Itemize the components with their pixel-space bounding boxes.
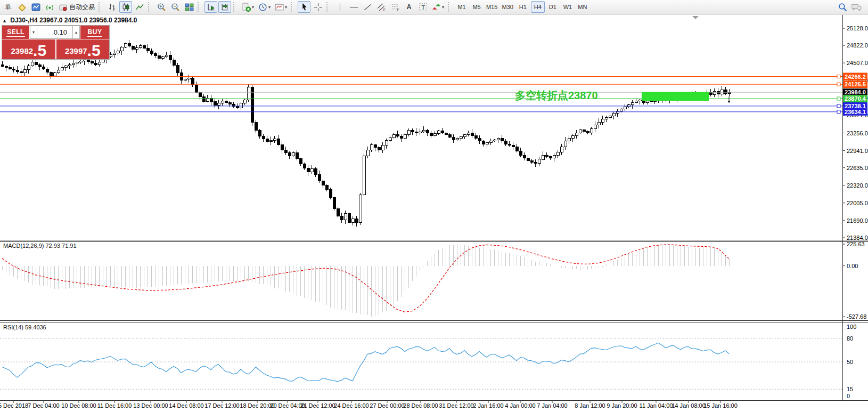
periods-button[interactable]: ▾: [257, 1, 272, 13]
toolbar: 单 自动交易: [0, 0, 868, 14]
time-axis-label: 14 Jan 08:00: [672, 402, 706, 409]
time-axis-label: 28 Dec 08:00: [403, 402, 438, 409]
search-icon: [838, 3, 847, 12]
candles-layer: [1, 40, 731, 227]
price-axis-labels: 25128.024822.024507.024192.023877.023571…: [842, 25, 868, 241]
chart-shift-marker-icon[interactable]: [692, 16, 699, 19]
bar-chart-mode-button[interactable]: [105, 1, 118, 13]
line-anchor-square[interactable]: [837, 110, 840, 114]
vertical-line-tool-button[interactable]: [333, 1, 346, 13]
timeframe-H4-button[interactable]: H4: [531, 1, 545, 13]
chart-annotation-text[interactable]: 多空转折点23870: [515, 90, 598, 101]
chart-canvas[interactable]: 多空转折点2387025128.024822.024507.024192.023…: [0, 15, 868, 412]
time-axis-label: 24 Dec 16:00: [334, 402, 369, 409]
timeframe-M15-button[interactable]: M15: [485, 1, 499, 13]
timeframe-D1-button[interactable]: D1: [546, 1, 560, 13]
dropdown-caret-icon[interactable]: ▾: [285, 5, 287, 10]
horizontal-lines-layer: [0, 75, 842, 114]
svg-text:24266.2: 24266.2: [845, 74, 866, 80]
cursor-icon: [300, 3, 309, 12]
toolbar-grip: [233, 2, 238, 12]
line-chart-mode-button[interactable]: [133, 1, 146, 13]
dropdown-caret-icon[interactable]: ▾: [252, 5, 254, 10]
market-watch-button[interactable]: [29, 1, 42, 13]
svg-text:T: T: [421, 3, 425, 10]
zoom-out-button[interactable]: [169, 1, 182, 13]
new-order-button[interactable]: 单: [2, 1, 14, 13]
fibonacci-tool-button[interactable]: F: [389, 1, 402, 13]
arrows-tool-button[interactable]: ▾: [430, 1, 446, 13]
line-anchor-square[interactable]: [837, 97, 840, 100]
timeframe-bar: M1M5M15M30H1H4D1W1MN: [454, 1, 590, 13]
new-order-label: 单: [5, 3, 11, 12]
highlight-rectangle[interactable]: [642, 92, 709, 101]
signals-icon: [45, 3, 54, 12]
volume-decrease-button[interactable]: ▼: [30, 26, 37, 39]
candlestick-icon: [121, 3, 130, 12]
timeframe-MN-button[interactable]: MN: [576, 1, 589, 13]
price-tag: 24266.2: [843, 73, 867, 80]
time-axis-label: 7 Dec 04:00: [28, 402, 59, 409]
market-watch-icon: [31, 3, 40, 12]
collapse-panel-icon[interactable]: ▲: [2, 18, 7, 23]
volume-increase-button[interactable]: ▲: [72, 26, 80, 39]
buy-price-frac: .5: [87, 44, 101, 58]
chart-frame: [0, 15, 868, 401]
dropdown-caret-icon[interactable]: ▾: [442, 5, 444, 10]
timeframe-M1-button[interactable]: M1: [455, 1, 469, 13]
chart-shift-button[interactable]: [218, 1, 231, 13]
timeframe-M5-button[interactable]: M5: [470, 1, 484, 13]
auto-scroll-button[interactable]: [204, 1, 217, 13]
new-order-icon-button[interactable]: [15, 1, 28, 13]
dropdown-caret-icon[interactable]: ▾: [268, 5, 271, 10]
time-axis-label: 17 Dec 12:00: [204, 402, 239, 409]
buy-button[interactable]: BUY: [80, 26, 109, 39]
time-axis-label: 14 Dec 08:00: [169, 402, 203, 409]
last-bar-arrow-icon: [728, 96, 731, 103]
volume-input[interactable]: [37, 26, 72, 39]
tile-windows-button[interactable]: [183, 1, 195, 13]
chart-shift-icon: [220, 3, 230, 12]
autotrading-button[interactable]: 自动交易: [57, 1, 96, 13]
timeframe-M30-button[interactable]: M30: [500, 1, 514, 13]
line-anchor-square[interactable]: [837, 75, 840, 78]
price-tag: 24125.5: [843, 80, 867, 88]
macd-axis-labels: 225.630.00-527.68: [842, 241, 866, 320]
autotrading-icon: [59, 3, 68, 12]
symbol-period-label: DJ30-,H4: [10, 17, 37, 24]
buy-price-button[interactable]: 23997 .5: [56, 39, 110, 59]
timeframe-H1-button[interactable]: H1: [516, 1, 530, 13]
toolbar-grip: [198, 2, 202, 12]
sell-button[interactable]: SELL: [2, 26, 29, 39]
svg-text:0.00: 0.00: [847, 263, 858, 269]
cursor-tool-button[interactable]: [298, 1, 310, 13]
signals-button[interactable]: [43, 1, 56, 13]
indicators-button[interactable]: ▾: [240, 1, 256, 13]
sell-price-button[interactable]: 23982 .5: [2, 39, 55, 59]
time-axis-label: 18 Dec 20:00: [240, 402, 274, 409]
rsi-axis-labels: 1008050150: [847, 324, 856, 399]
time-axis: 5 Dec 20187 Dec 04:0010 Dec 08:0011 Dec …: [0, 400, 738, 409]
horizontal-line-tool-button[interactable]: [347, 1, 360, 13]
chat-button[interactable]: [850, 1, 863, 13]
svg-text:22635.0: 22635.0: [847, 165, 868, 171]
ohlc-bars-icon: [108, 3, 117, 12]
label-tool-button[interactable]: T: [416, 1, 429, 13]
time-axis-label: 15 Jan 16:00: [703, 402, 738, 409]
text-tool-button[interactable]: A: [403, 1, 415, 13]
svg-text:E: E: [383, 7, 385, 11]
candlestick-mode-button[interactable]: [119, 1, 132, 13]
zoom-in-button[interactable]: [155, 1, 168, 13]
equidistant-channel-icon: E: [377, 3, 386, 12]
trendline-tool-button[interactable]: [361, 1, 374, 13]
templates-button[interactable]: ▾: [273, 1, 289, 13]
search-button[interactable]: [836, 1, 849, 13]
time-axis-label: 9 Jan 20:00: [607, 402, 637, 409]
line-anchor-square[interactable]: [837, 104, 840, 108]
timeframe-W1-button[interactable]: W1: [561, 1, 575, 13]
channel-tool-button[interactable]: E: [375, 1, 388, 13]
crosshair-tool-button[interactable]: [312, 1, 324, 13]
svg-text:24822.0: 24822.0: [847, 42, 868, 49]
line-anchor-square[interactable]: [837, 83, 840, 86]
rsi-value-label: 59.4036: [25, 324, 46, 330]
